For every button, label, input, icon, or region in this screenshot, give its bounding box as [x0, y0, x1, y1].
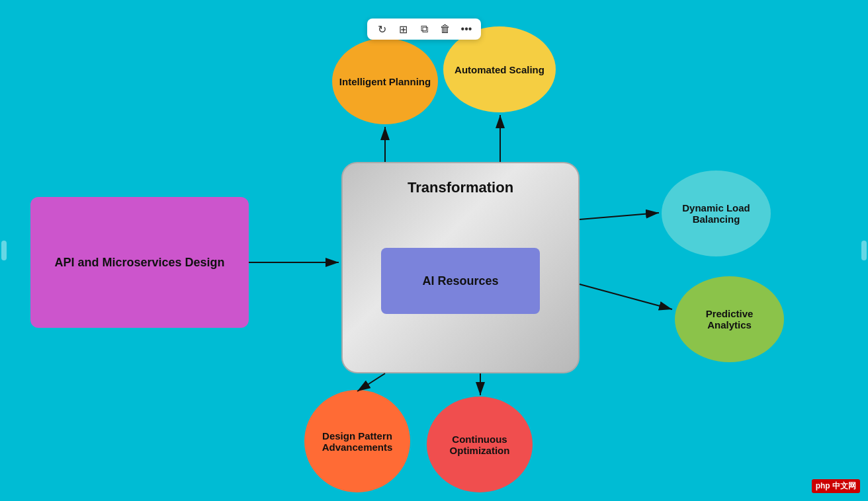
intelligent-planning-label: Intelligent Planning: [339, 76, 431, 87]
watermark-text: php 中文网: [816, 481, 856, 490]
watermark: php 中文网: [812, 479, 860, 493]
predictive-analytics-node[interactable]: Predictive Analytics: [675, 276, 784, 362]
transformation-title: Transformation: [408, 179, 513, 196]
more-icon[interactable]: •••: [460, 22, 473, 36]
svg-line-5: [580, 284, 672, 309]
ai-resources-box[interactable]: AI Resources: [381, 248, 540, 314]
continuous-optimization-node[interactable]: Continuous Optimization: [427, 397, 533, 492]
delete-icon[interactable]: 🗑: [439, 22, 452, 36]
predictive-analytics-label: Predictive Analytics: [675, 299, 784, 340]
copy-icon[interactable]: ⧉: [417, 22, 431, 36]
svg-line-6: [357, 373, 385, 391]
toolbar: ↻ ⊞ ⧉ 🗑 •••: [367, 19, 481, 40]
left-handle: [1, 241, 7, 260]
transformation-node[interactable]: Transformation AI Resources: [341, 162, 580, 373]
refresh-icon[interactable]: ↻: [375, 22, 388, 36]
intelligent-planning-node[interactable]: Intelligent Planning: [332, 38, 438, 124]
api-microservices-node[interactable]: API and Microservices Design: [30, 197, 249, 328]
continuous-optimization-label: Continuous Optimization: [427, 427, 533, 463]
design-pattern-label: Design Pattern Advancements: [304, 424, 410, 459]
ai-resources-label: AI Resources: [422, 274, 498, 288]
dynamic-load-balancing-node[interactable]: Dynamic Load Balancing: [662, 171, 771, 256]
design-pattern-node[interactable]: Design Pattern Advancements: [304, 390, 410, 492]
right-handle: [861, 241, 867, 260]
api-microservices-label: API and Microservices Design: [54, 256, 224, 270]
grid-icon[interactable]: ⊞: [396, 22, 410, 36]
dynamic-load-balancing-label: Dynamic Load Balancing: [662, 193, 771, 234]
svg-line-4: [580, 213, 659, 219]
automated-scaling-label: Automated Scaling: [455, 64, 544, 75]
